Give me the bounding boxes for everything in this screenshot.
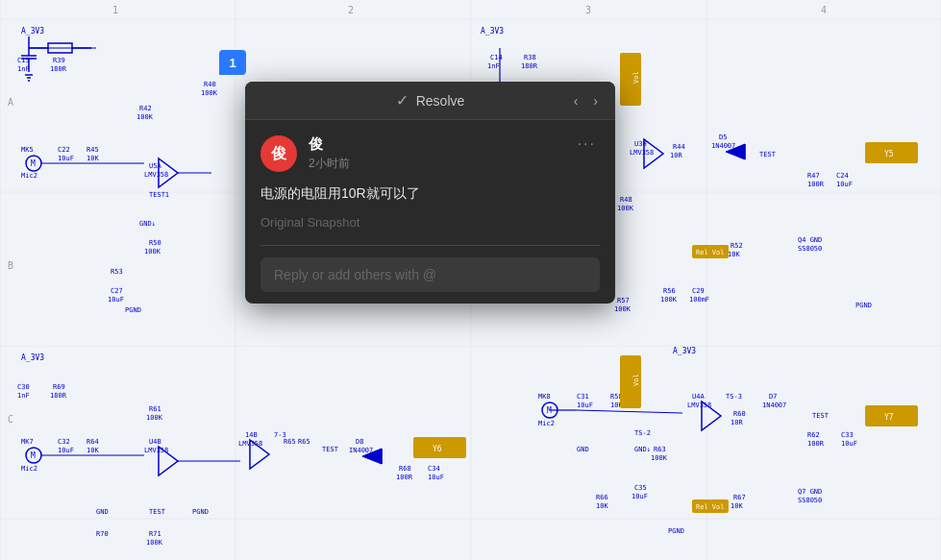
svg-text:R56: R56 [663, 287, 676, 295]
svg-text:U4B: U4B [149, 438, 161, 446]
svg-text:R64: R64 [87, 438, 99, 446]
svg-text:R38: R38 [524, 54, 536, 61]
svg-text:R39: R39 [53, 57, 65, 64]
svg-text:100K: 100K [144, 248, 161, 256]
svg-text:10K: 10K [731, 502, 743, 510]
svg-text:Rel Vol: Rel Vol [696, 249, 725, 256]
svg-text:R67: R67 [733, 494, 746, 501]
svg-text:10K: 10K [728, 251, 740, 258]
svg-text:R57: R57 [617, 297, 630, 304]
svg-text:100K: 100K [146, 414, 163, 422]
svg-text:2: 2 [348, 5, 354, 15]
svg-text:C: C [8, 414, 13, 425]
svg-text:C30: C30 [17, 383, 30, 391]
svg-text:TEST: TEST [149, 508, 166, 516]
comment-bubble[interactable]: 1 [219, 50, 246, 75]
svg-text:100K: 100K [617, 205, 634, 212]
nav-next-button[interactable]: › [587, 91, 604, 110]
reply-input[interactable] [260, 257, 600, 292]
svg-text:R66: R66 [596, 494, 608, 501]
svg-text:M: M [31, 159, 36, 168]
svg-text:GND: GND [96, 508, 109, 516]
svg-text:C32: C32 [58, 438, 70, 446]
svg-text:10uF: 10uF [58, 447, 74, 454]
panel-header: ✓ Resolve ‹ › [245, 82, 615, 120]
svg-text:100K: 100K [651, 454, 668, 462]
svg-text:14B: 14B [245, 431, 258, 439]
svg-text:MK5: MK5 [21, 146, 34, 154]
svg-text:SS8050: SS8050 [798, 497, 822, 504]
svg-text:100K: 100K [660, 296, 678, 304]
svg-text:180R: 180R [50, 392, 67, 400]
svg-text:10uF: 10uF [428, 474, 444, 481]
svg-text:100K: 100K [614, 305, 631, 313]
svg-text:R52: R52 [731, 242, 743, 250]
svg-text:PGND: PGND [668, 527, 684, 535]
svg-text:10K: 10K [87, 155, 99, 162]
nav-prev-button[interactable]: ‹ [568, 91, 584, 110]
svg-text:C22: C22 [58, 146, 70, 154]
author-info: 俊 2小时前 [309, 135, 350, 172]
svg-text:C33: C33 [841, 431, 854, 439]
svg-text:GND↓: GND↓ [634, 446, 651, 453]
svg-text:100K: 100K [136, 113, 154, 121]
svg-text:R70: R70 [96, 530, 109, 538]
svg-text:R40: R40 [204, 81, 216, 88]
comment-header: 俊 俊 2小时前 ··· [260, 135, 600, 172]
svg-text:1nF: 1nF [17, 392, 30, 400]
svg-text:180R: 180R [521, 62, 538, 70]
svg-text:R69: R69 [53, 383, 65, 391]
svg-text:1N4007: 1N4007 [711, 142, 735, 150]
svg-text:1N4007: 1N4007 [762, 402, 786, 409]
author-name: 俊 [309, 135, 350, 154]
svg-text:LMV358: LMV358 [630, 149, 654, 157]
svg-text:10uF: 10uF [577, 402, 593, 409]
svg-text:C14: C14 [490, 54, 503, 61]
svg-text:Vol: Vol [632, 71, 640, 84]
svg-text:Rel Vol: Rel Vol [696, 503, 725, 511]
svg-line-182 [577, 410, 682, 413]
comment-panel: ✓ Resolve ‹ › 俊 俊 2小时前 ··· 电源的电阻用10R就可以了… [245, 82, 615, 304]
svg-text:A_3V3: A_3V3 [21, 353, 44, 362]
resolve-check-icon: ✓ [396, 91, 409, 110]
svg-text:R53: R53 [111, 268, 123, 276]
resolve-label: Resolve [416, 93, 465, 109]
svg-text:10uF: 10uF [58, 155, 74, 162]
reply-section [245, 246, 615, 304]
svg-text:TEST: TEST [759, 151, 777, 158]
svg-text:B: B [8, 260, 13, 271]
svg-text:D7: D7 [769, 393, 777, 401]
svg-text:PGND: PGND [192, 508, 209, 516]
svg-text:SS8050: SS8050 [798, 245, 822, 253]
svg-text:MK8: MK8 [538, 393, 551, 401]
author-time: 2小时前 [309, 156, 350, 172]
svg-text:TEST1: TEST1 [149, 191, 169, 199]
svg-text:R45: R45 [87, 146, 99, 154]
svg-text:TS-3: TS-3 [726, 393, 742, 401]
comment-content: 俊 俊 2小时前 ··· 电源的电阻用10R就可以了 Original Snap… [245, 120, 615, 245]
more-options-button[interactable]: ··· [574, 135, 600, 153]
svg-text:GND↓: GND↓ [139, 220, 156, 228]
svg-text:10R: 10R [731, 419, 743, 426]
svg-text:R65: R65 [284, 438, 296, 446]
svg-text:A_3V3: A_3V3 [21, 27, 44, 36]
svg-text:10uF: 10uF [836, 181, 853, 188]
svg-text:R47: R47 [807, 172, 820, 180]
svg-text:U5A: U5A [149, 162, 161, 170]
svg-text:TEST: TEST [812, 412, 830, 420]
svg-text:1nF: 1nF [17, 65, 30, 73]
svg-text:R48: R48 [620, 196, 632, 204]
svg-text:Q4 GND: Q4 GND [798, 236, 822, 244]
svg-text:Mic2: Mic2 [538, 420, 555, 427]
svg-text:GND: GND [577, 446, 589, 453]
svg-text:C29: C29 [692, 287, 705, 295]
nav-arrows: ‹ › [568, 91, 604, 110]
svg-text:Mic2: Mic2 [21, 465, 37, 473]
svg-text:R65: R65 [298, 438, 310, 446]
svg-text:C27: C27 [111, 287, 123, 295]
svg-text:10K: 10K [596, 502, 608, 510]
svg-text:R68: R68 [399, 465, 411, 473]
svg-text:10uF: 10uF [631, 493, 648, 500]
svg-text:PGND: PGND [855, 302, 872, 309]
svg-text:1: 1 [112, 5, 118, 15]
